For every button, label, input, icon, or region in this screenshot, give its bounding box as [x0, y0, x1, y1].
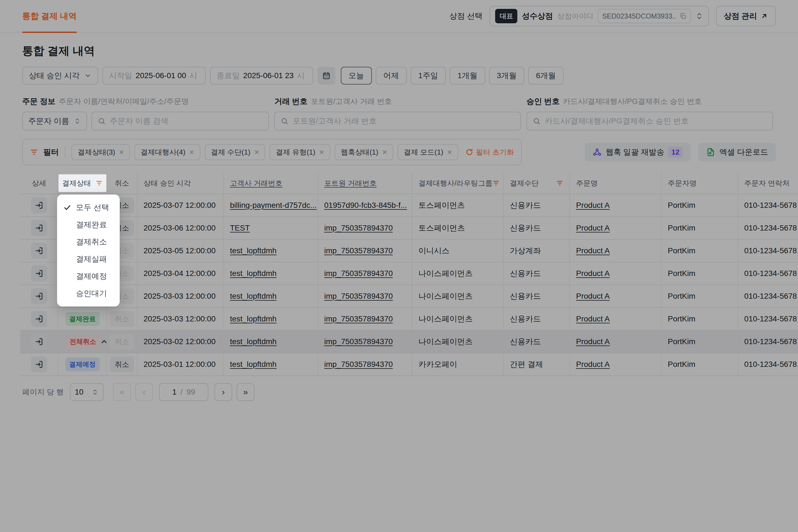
status-menu-item-failed[interactable]: 결제실패 [57, 250, 120, 268]
menu-item-label: 결제취소 [76, 236, 107, 247]
menu-item-label: 결제완료 [76, 220, 107, 230]
status-menu-item-pending[interactable]: 승인대기 [57, 285, 120, 302]
payment-status-filter-menu: 모두 선택결제완료결제취소결제실패결제예정승인대기 [57, 194, 120, 306]
status-menu-item-paid[interactable]: 결제완료 [57, 216, 120, 233]
status-filter-trigger[interactable]: 결제상태 [58, 174, 107, 192]
status-menu-item-scheduled[interactable]: 결제예정 [57, 268, 120, 285]
check-icon [63, 203, 72, 212]
col-header-label: 결제상태 [62, 178, 91, 188]
col-header-status[interactable]: 결제상태 [58, 173, 107, 194]
menu-item-label: 모두 선택 [76, 202, 109, 213]
filter-icon [96, 179, 103, 187]
menu-item-label: 결제실패 [76, 254, 107, 264]
menu-item-label: 결제예정 [76, 271, 107, 282]
status-menu-item-cancelled[interactable]: 결제취소 [57, 233, 120, 250]
dim-overlay [0, 0, 798, 532]
menu-item-label: 승인대기 [76, 288, 107, 299]
status-menu-item-all[interactable]: 모두 선택 [57, 199, 120, 216]
